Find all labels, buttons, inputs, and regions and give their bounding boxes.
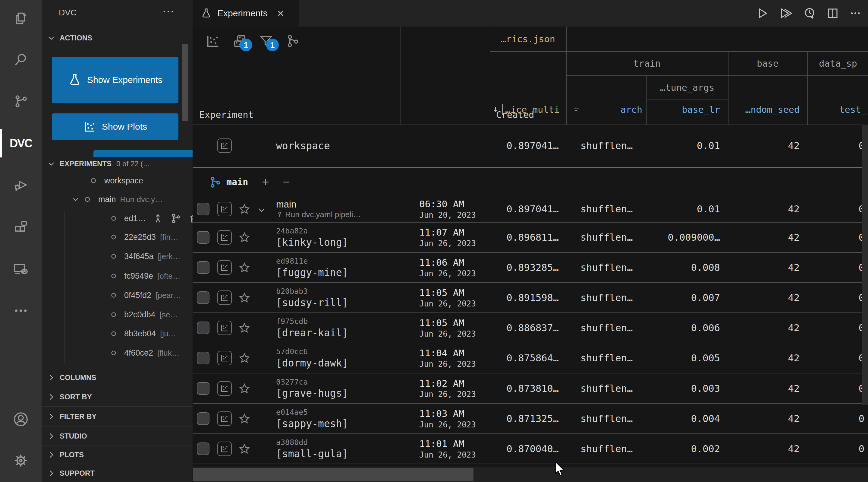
plots-icon[interactable] (205, 33, 221, 49)
experiment-row[interactable]: f975cdb [drear-kail] 11:05 AM Jun 26, 20… (193, 313, 868, 343)
star-icon[interactable] (239, 292, 250, 304)
experiment-row[interactable]: 03277ca [grave-hugs] 11:02 AM Jun 26, 20… (193, 373, 868, 403)
split-editor-icon[interactable] (827, 7, 839, 20)
header-tune-args-group[interactable]: …tune_args (647, 76, 728, 100)
filter-icon[interactable]: 1 (258, 33, 274, 49)
dvc-view-icon[interactable]: DVC (0, 127, 41, 160)
account-icon[interactable] (0, 403, 41, 436)
workspace-row[interactable]: workspace 0.897041… shufflen… 0.01 42 0 (193, 124, 868, 167)
branches-icon[interactable] (285, 33, 300, 49)
show-experiments-button[interactable]: Show Experiments (52, 57, 179, 103)
extensions-icon[interactable] (0, 210, 41, 244)
search-icon[interactable] (0, 43, 41, 76)
plot-toggle-icon[interactable] (217, 412, 232, 426)
row-checkbox[interactable] (197, 203, 210, 215)
queue-history-icon[interactable] (803, 7, 816, 20)
header-base-group[interactable]: base (728, 51, 807, 76)
header-data-split-group[interactable]: data_sp (807, 51, 868, 76)
run-experiment-icon[interactable] (756, 7, 769, 20)
branch-icon[interactable] (170, 212, 181, 224)
row-checkbox[interactable] (197, 261, 210, 274)
star-icon[interactable] (239, 231, 250, 244)
plot-toggle-icon[interactable] (217, 442, 232, 456)
sidebar-scrollbar[interactable] (182, 44, 188, 121)
expand-rows-button[interactable]: + (262, 175, 269, 189)
filter-by-section-header[interactable]: FILTER BY (41, 406, 193, 426)
column-separator[interactable] (401, 27, 401, 124)
experiment-row[interactable]: ed9811e [fuggy-mine] 11:06 AM Jun 26, 20… (193, 253, 868, 282)
plot-toggle-icon[interactable] (217, 321, 232, 335)
close-icon[interactable] (276, 9, 285, 18)
experiment-row-main[interactable]: main Run dvc.yaml pipeli… 06:30 AM Jun 2… (193, 196, 868, 222)
header-experiment[interactable]: Experiment (199, 104, 392, 120)
studio-section-header[interactable]: STUDIO (41, 426, 193, 446)
star-icon[interactable] (239, 322, 250, 334)
plot-toggle-icon[interactable] (217, 202, 232, 216)
source-control-icon[interactable] (0, 85, 41, 118)
experiment-row[interactable]: b20bab3 [sudsy-rill] 11:05 AM Jun 26, 20… (193, 283, 868, 312)
experiment-row[interactable]: 57d0cc6 [dormy-dawk] 11:04 AM Jun 26, 20… (193, 343, 868, 373)
header-test-split[interactable]: test_ (810, 99, 867, 120)
experiment-row[interactable]: a3880dd [small-gula] 11:01 AM Jun 26, 20… (193, 434, 868, 463)
header-ice-multi[interactable]: …ice_multi (492, 99, 566, 120)
header-random-seed[interactable]: …ndom_seed (728, 99, 800, 120)
tree-item-main[interactable]: main Run dvc.y… (41, 190, 193, 209)
sidebar-more-icon[interactable]: ⋯ (162, 4, 176, 18)
star-icon[interactable] (239, 352, 250, 364)
support-section-header[interactable]: SUPPORT (41, 463, 193, 482)
tree-item-0f45fd2[interactable]: 0f45fd2 [pear… (41, 286, 193, 305)
row-checkbox[interactable] (197, 382, 210, 395)
sort-by-section-header[interactable]: SORT BY (41, 387, 193, 406)
tree-item-ed1[interactable]: ed1… (41, 209, 193, 228)
tree-item-b2c0db4[interactable]: b2c0db4 [se… (41, 305, 193, 324)
plot-toggle-icon[interactable] (217, 290, 232, 305)
row-checkbox[interactable] (197, 352, 210, 364)
row-checkbox[interactable] (197, 321, 210, 334)
show-plots-button[interactable]: Show Plots (52, 113, 179, 140)
horizontal-scrollbar[interactable] (193, 466, 868, 482)
star-icon[interactable] (239, 261, 250, 274)
plot-toggle-icon[interactable] (217, 138, 232, 153)
more-actions-icon[interactable] (849, 7, 861, 19)
tree-item-8b3eb04[interactable]: 8b3eb04 [ju… (41, 324, 193, 343)
header-train-group[interactable]: train (566, 51, 728, 76)
remote-explorer-icon[interactable] (0, 253, 41, 286)
more-views-icon[interactable] (0, 294, 41, 327)
row-checkbox[interactable] (197, 231, 210, 244)
star-icon[interactable] (239, 203, 250, 215)
tree-item-22e25d3[interactable]: 22e25d3 [fin… (41, 228, 193, 247)
tree-item-4f60ce2[interactable]: 4f60ce2 [fluk… (41, 344, 193, 362)
star-icon[interactable] (239, 443, 250, 455)
explorer-icon[interactable] (0, 2, 41, 35)
run-debug-icon[interactable] (0, 168, 41, 201)
row-checkbox[interactable] (197, 412, 210, 425)
row-checkbox[interactable] (197, 291, 210, 304)
plots-section-header[interactable]: PLOTS (41, 446, 193, 463)
tree-item-workspace[interactable]: workspace (41, 171, 193, 190)
vertical-scrollbar[interactable] (862, 124, 868, 405)
plot-toggle-icon[interactable] (217, 230, 232, 245)
columns-section-header[interactable]: COLUMNS (41, 368, 193, 387)
apply-experiment-icon[interactable] (153, 213, 163, 224)
tree-item-fc9549e[interactable]: fc9549e [ofte… (41, 267, 193, 285)
plot-toggle-icon[interactable] (217, 381, 232, 396)
run-all-icon[interactable] (779, 7, 793, 20)
plot-toggle-icon[interactable] (217, 260, 232, 275)
header-base-lr[interactable]: base_lr (647, 99, 720, 120)
horizontal-scrollbar-thumb[interactable] (193, 468, 473, 481)
chevron-down-icon[interactable] (257, 205, 266, 215)
experiment-row[interactable]: 24ba82a [kinky-long] 11:07 AM Jun 26, 20… (193, 223, 868, 252)
sorts-icon[interactable]: 1 (232, 33, 247, 49)
star-icon[interactable] (239, 413, 250, 425)
settings-gear-icon[interactable] (0, 444, 41, 477)
plot-toggle-icon[interactable] (217, 351, 232, 365)
header-metrics-json-group[interactable]: …rics.json (490, 27, 566, 51)
tab-experiments[interactable]: Experiments (193, 0, 299, 27)
row-checkbox[interactable] (197, 443, 210, 455)
tree-item-34f645a[interactable]: 34f645a [jerk… (41, 247, 193, 266)
experiments-section-header[interactable]: EXPERIMENTS 0 of 22 (… (41, 157, 193, 170)
experiment-row[interactable]: e014ae5 [sappy-mesh] 11:03 AM Jun 26, 20… (193, 404, 868, 433)
star-icon[interactable] (239, 382, 250, 395)
collapse-rows-button[interactable]: − (283, 175, 290, 189)
actions-section-header[interactable]: ACTIONS (41, 30, 193, 46)
